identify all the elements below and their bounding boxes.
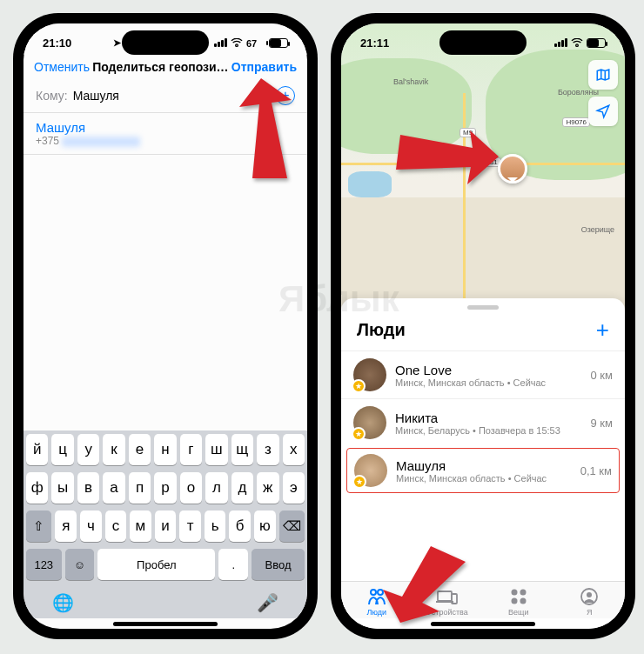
key-ц[interactable]: ц	[51, 434, 73, 465]
tab-items[interactable]: Вещи	[483, 587, 554, 617]
svg-marker-10	[239, 78, 292, 178]
key-л[interactable]: л	[205, 472, 227, 504]
person-name: Никита	[395, 410, 582, 425]
key-о[interactable]: о	[180, 472, 202, 504]
battery-icon	[587, 38, 606, 48]
map-place-balshavik: Bal'shavik	[393, 77, 428, 86]
avatar: ★	[354, 454, 387, 487]
svg-point-7	[520, 598, 526, 604]
key-ф[interactable]: ф	[26, 472, 48, 504]
notch	[439, 30, 527, 55]
person-row[interactable]: ★ Никита Минск, Беларусь • Позавчера в 1…	[341, 398, 625, 446]
key-э[interactable]: э	[283, 472, 305, 504]
person-distance: 0 км	[591, 369, 613, 382]
person-icon	[580, 587, 598, 606]
key-й[interactable]: й	[26, 434, 48, 465]
key-б[interactable]: б	[229, 511, 251, 542]
key-ы[interactable]: ы	[51, 472, 73, 504]
key-е[interactable]: е	[129, 434, 151, 465]
recipient-label: Кому:	[36, 89, 68, 103]
key-space[interactable]: Пробел	[97, 549, 215, 580]
location-arrow-icon: ➤	[113, 37, 121, 49]
items-icon	[510, 587, 527, 606]
favorite-star-icon: ★	[352, 475, 366, 489]
key-х[interactable]: х	[283, 434, 305, 465]
person-location: Минск, Минская область • Сейчас	[395, 377, 582, 388]
key-п[interactable]: п	[129, 472, 151, 504]
map-layers-button[interactable]	[588, 60, 618, 90]
keyboard: йцукенгшщзх фывапролджэ ⇧ячсмитьбю⌫ 123 …	[23, 430, 307, 618]
signal-icon	[554, 38, 567, 47]
wifi-icon	[231, 38, 243, 48]
send-button[interactable]: Отправить	[231, 60, 297, 74]
key-ж[interactable]: ж	[257, 472, 278, 504]
sheet-handle[interactable]	[467, 305, 499, 310]
map-person-pin[interactable]	[498, 154, 527, 184]
key-м[interactable]: м	[130, 511, 151, 542]
key-ю[interactable]: ю	[254, 511, 276, 542]
annotation-arrow-people-tab	[383, 546, 479, 628]
person-row[interactable]: ★ One Love Минск, Минская область • Сейч…	[341, 350, 625, 398]
favorite-star-icon: ★	[352, 379, 366, 393]
tab-me[interactable]: Я	[554, 587, 626, 617]
key-р[interactable]: р	[154, 472, 176, 504]
key-в[interactable]: в	[77, 472, 99, 504]
person-row[interactable]: ★ Машуля Минск, Минская область • Сейчас…	[346, 448, 620, 493]
avatar: ★	[353, 406, 386, 439]
key-backspace[interactable]: ⌫	[279, 511, 305, 542]
person-location: Минск, Минская область • Сейчас	[396, 473, 572, 484]
key-д[interactable]: д	[231, 472, 253, 504]
key-с[interactable]: с	[105, 511, 127, 542]
map-locate-button[interactable]	[588, 97, 618, 126]
annotation-arrow-send	[209, 78, 296, 186]
battery-icon	[269, 38, 288, 48]
status-time: 21:11	[360, 37, 389, 50]
person-distance: 0,1 км	[580, 464, 612, 477]
svg-point-6	[511, 598, 517, 604]
nav-bar: Отменить Поделиться геопози… Отправить	[23, 55, 307, 79]
battery-percent: 67	[246, 38, 265, 48]
key-а[interactable]: а	[103, 472, 124, 504]
person-name: Машуля	[396, 458, 572, 473]
svg-point-5	[520, 590, 526, 596]
key-ь[interactable]: ь	[205, 511, 226, 542]
key-г[interactable]: г	[180, 434, 202, 465]
key-и[interactable]: и	[155, 511, 177, 542]
signal-icon	[214, 38, 227, 47]
notch	[122, 30, 209, 55]
key-emoji[interactable]: ☺	[65, 549, 95, 580]
key-н[interactable]: н	[154, 434, 176, 465]
road-shield-h9076: H9076	[562, 117, 590, 127]
key-з[interactable]: з	[257, 434, 278, 465]
wifi-icon	[571, 38, 583, 48]
globe-icon[interactable]: 🌐	[52, 592, 74, 613]
key-ш[interactable]: ш	[205, 434, 227, 465]
svg-point-0	[371, 590, 376, 595]
add-person-button[interactable]: +	[596, 317, 609, 344]
tab-me-label: Я	[587, 608, 593, 617]
map-place-ozerishche: Озерище	[581, 225, 614, 234]
phone-frame-right: 21:11 ➤ Bal'shavik Боровляны Цна Озерище…	[331, 13, 635, 639]
key-к[interactable]: к	[103, 434, 124, 465]
cancel-button[interactable]: Отменить	[34, 60, 90, 74]
mic-icon[interactable]: 🎤	[257, 592, 278, 613]
key-т[interactable]: т	[179, 511, 201, 542]
avatar: ★	[353, 358, 386, 391]
home-indicator[interactable]	[113, 622, 218, 626]
screen-right: 21:11 ➤ Bal'shavik Боровляны Цна Озерище…	[341, 23, 625, 629]
svg-marker-12	[383, 546, 466, 623]
key-enter[interactable]: Ввод	[252, 549, 305, 580]
svg-point-1	[378, 590, 383, 595]
location-arrow-icon	[595, 103, 611, 119]
key-123[interactable]: 123	[26, 549, 62, 580]
key-ч[interactable]: ч	[80, 511, 102, 542]
key-у[interactable]: у	[77, 434, 99, 465]
key-щ[interactable]: щ	[231, 434, 253, 465]
person-name: One Love	[395, 363, 582, 377]
key-dot[interactable]: .	[218, 549, 248, 580]
keyboard-row-2: фывапролджэ	[26, 472, 305, 504]
key-shift[interactable]: ⇧	[26, 511, 51, 542]
nav-title: Поделиться геопози…	[90, 60, 231, 74]
tab-items-label: Вещи	[508, 608, 528, 617]
key-я[interactable]: я	[55, 511, 77, 542]
